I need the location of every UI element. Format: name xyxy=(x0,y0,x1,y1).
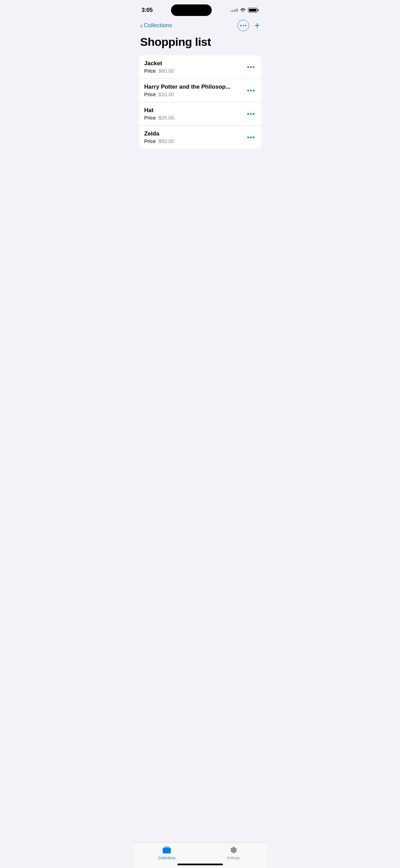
list-item-content: Harry Potter and the Philosop... Price $… xyxy=(144,84,246,97)
price-label: Price xyxy=(144,138,156,144)
dot-icon xyxy=(253,90,254,91)
price-label: Price xyxy=(144,91,156,97)
ellipsis-icon xyxy=(240,25,246,26)
more-options-button[interactable] xyxy=(237,20,249,31)
wifi-icon xyxy=(240,8,246,13)
list-item: Zelda Price $50.00 xyxy=(139,126,261,149)
dot-icon xyxy=(247,66,249,68)
item-price-row: Price $10.00 xyxy=(144,91,246,97)
item-price-row: Price $25.00 xyxy=(144,115,246,121)
price-value: $25.00 xyxy=(158,115,174,121)
item-more-button[interactable] xyxy=(246,88,256,93)
list-item: Hat Price $25.00 xyxy=(139,102,261,126)
page-title: Shopping list xyxy=(133,34,267,55)
shopping-list: Jacket Price $80.00 Harry Potter and the… xyxy=(139,55,261,149)
dot-icon xyxy=(253,66,254,68)
signal-icon xyxy=(230,8,238,12)
dot-icon xyxy=(247,90,249,91)
item-more-button[interactable] xyxy=(246,65,256,69)
dynamic-island xyxy=(171,4,212,16)
nav-actions: + xyxy=(237,20,260,31)
dot-icon xyxy=(247,113,249,115)
dot-icon xyxy=(253,137,254,138)
dot-icon xyxy=(253,113,254,115)
list-item-content: Zelda Price $50.00 xyxy=(144,130,246,144)
back-button[interactable]: ‹ Collections xyxy=(140,22,172,29)
item-more-button[interactable] xyxy=(246,135,256,140)
item-more-button[interactable] xyxy=(246,112,256,116)
list-item: Jacket Price $80.00 xyxy=(139,55,261,79)
price-value: $80.00 xyxy=(158,68,174,74)
item-name: Zelda xyxy=(144,130,246,137)
add-button[interactable]: + xyxy=(254,21,260,30)
status-bar: 3:05 xyxy=(133,0,267,18)
status-time: 3:05 xyxy=(141,7,153,14)
price-label: Price xyxy=(144,115,156,121)
item-price-row: Price $50.00 xyxy=(144,138,246,144)
nav-bar: ‹ Collections + xyxy=(133,18,267,34)
list-item: Harry Potter and the Philosop... Price $… xyxy=(139,79,261,102)
price-value: $10.00 xyxy=(158,91,174,97)
status-icons xyxy=(230,8,259,13)
price-value: $50.00 xyxy=(158,138,174,144)
item-name: Harry Potter and the Philosop... xyxy=(144,84,246,90)
item-name: Jacket xyxy=(144,60,246,67)
dot-icon xyxy=(247,137,249,138)
battery-icon xyxy=(248,8,259,13)
list-item-content: Jacket Price $80.00 xyxy=(144,60,246,74)
price-label: Price xyxy=(144,68,156,74)
back-label: Collections xyxy=(144,22,172,29)
chevron-left-icon: ‹ xyxy=(140,22,142,29)
item-name: Hat xyxy=(144,107,246,114)
item-price-row: Price $80.00 xyxy=(144,68,246,74)
list-item-content: Hat Price $25.00 xyxy=(144,107,246,121)
dot-icon xyxy=(250,137,252,138)
dot-icon xyxy=(250,90,252,91)
dot-icon xyxy=(250,66,252,68)
dot-icon xyxy=(250,113,252,115)
